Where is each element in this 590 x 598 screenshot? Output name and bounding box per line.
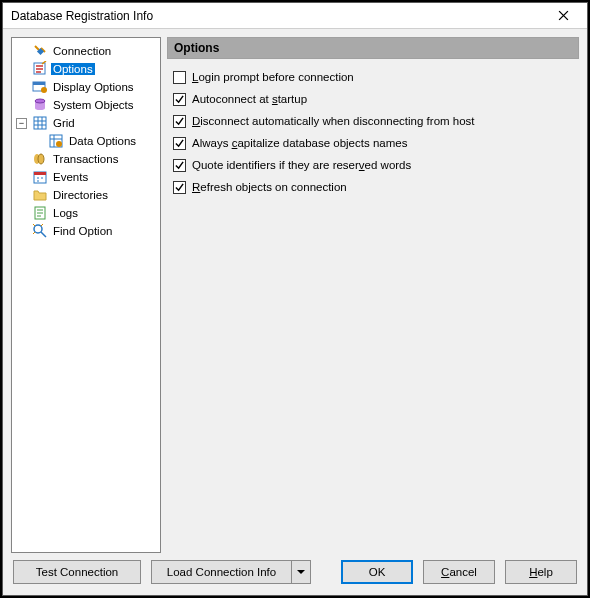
checkbox[interactable] — [173, 181, 186, 194]
cancel-button[interactable]: Cancel — [423, 560, 495, 584]
calendar-icon — [32, 169, 48, 185]
tree-item-logs[interactable]: Logs — [14, 204, 158, 222]
tree-item-label: Grid — [51, 117, 77, 129]
tree-item-label: Connection — [51, 45, 113, 57]
tree-expander-placeholder — [16, 46, 27, 57]
options-header: Options — [167, 37, 579, 59]
options-icon — [32, 61, 48, 77]
svg-point-16 — [34, 225, 42, 233]
tree-expander-placeholder — [16, 190, 27, 201]
logs-icon — [32, 205, 48, 221]
option-login-prompt[interactable]: Login prompt before connection — [173, 67, 573, 87]
option-label: Always capitalize database objects names — [192, 137, 407, 149]
option-label: Autoconnect at startup — [192, 93, 307, 105]
load-connection-dropdown[interactable] — [291, 560, 311, 584]
tree-item-find-option[interactable]: Find Option — [14, 222, 158, 240]
tree-expander-placeholder — [16, 172, 27, 183]
option-label: Quote identifiers if they are reserved w… — [192, 159, 411, 171]
data-options-icon — [48, 133, 64, 149]
tree-item-display-options[interactable]: Display Options — [14, 78, 158, 96]
load-connection-group: Load Connection Info — [151, 560, 311, 584]
svg-point-4 — [41, 87, 47, 93]
option-disconnect-auto[interactable]: Disconnect automatically when disconnect… — [173, 111, 573, 131]
database-icon — [32, 97, 48, 113]
option-refresh-connect[interactable]: Refresh objects on connection — [173, 177, 573, 197]
tree-item-directories[interactable]: Directories — [14, 186, 158, 204]
grid-icon — [32, 115, 48, 131]
test-connection-button[interactable]: Test Connection — [13, 560, 141, 584]
svg-rect-14 — [34, 172, 46, 175]
tree-item-connection[interactable]: Connection — [14, 42, 158, 60]
tree-expander-placeholder — [16, 154, 27, 165]
main-area: Connection Options — [3, 29, 587, 557]
option-label: Refresh objects on connection — [192, 181, 347, 193]
close-button[interactable] — [543, 5, 583, 27]
tree-item-grid[interactable]: − Grid — [14, 114, 158, 132]
tree-item-options[interactable]: Options — [14, 60, 158, 78]
checkbox[interactable] — [173, 93, 186, 106]
tree-item-label: Options — [51, 63, 95, 75]
button-bar: Test Connection Load Connection Info OK … — [3, 557, 587, 595]
svg-rect-3 — [33, 82, 45, 85]
option-label: Disconnect automatically when disconnect… — [192, 115, 475, 127]
tree-item-label: Find Option — [51, 225, 114, 237]
client-area: Connection Options — [3, 29, 587, 595]
tree-item-system-objects[interactable]: System Objects — [14, 96, 158, 114]
tree-item-label: Directories — [51, 189, 110, 201]
window-title: Database Registration Info — [11, 9, 153, 23]
options-body: Login prompt before connection Autoconne… — [167, 59, 579, 553]
nav-tree-panel: Connection Options — [11, 37, 161, 553]
tree-item-label: Events — [51, 171, 90, 183]
help-button[interactable]: Help — [505, 560, 577, 584]
plug-icon — [32, 43, 48, 59]
tree-expander-placeholder — [16, 82, 27, 93]
option-label: Login prompt before connection — [192, 71, 354, 83]
tree-expander-placeholder — [16, 226, 27, 237]
dialog-window: Database Registration Info Connection — [2, 2, 588, 596]
svg-rect-7 — [34, 117, 46, 129]
tree-item-label: Display Options — [51, 81, 136, 93]
tree-expander-placeholder — [16, 64, 27, 75]
option-autoconnect[interactable]: Autoconnect at startup — [173, 89, 573, 109]
checkbox[interactable] — [173, 115, 186, 128]
tree-expander-placeholder — [32, 136, 43, 147]
tree-item-data-options[interactable]: Data Options — [30, 132, 158, 150]
tree-expander-placeholder — [16, 208, 27, 219]
tree-item-label: Transactions — [51, 153, 120, 165]
load-connection-button[interactable]: Load Connection Info — [151, 560, 291, 584]
display-options-icon — [32, 79, 48, 95]
titlebar: Database Registration Info — [3, 3, 587, 29]
checkbox[interactable] — [173, 71, 186, 84]
svg-point-9 — [56, 141, 62, 147]
option-quote-reserved[interactable]: Quote identifiers if they are reserved w… — [173, 155, 573, 175]
chevron-down-icon — [297, 568, 305, 576]
tree-item-label: Data Options — [67, 135, 138, 147]
tree-item-events[interactable]: Events — [14, 168, 158, 186]
tree-item-label: System Objects — [51, 99, 136, 111]
tree-item-label: Logs — [51, 207, 80, 219]
close-icon — [558, 10, 569, 21]
ok-button[interactable]: OK — [341, 560, 413, 584]
checkbox[interactable] — [173, 137, 186, 150]
tree-collapse-icon[interactable]: − — [16, 118, 27, 129]
options-panel: Options Login prompt before connection A… — [167, 37, 579, 553]
option-capitalize[interactable]: Always capitalize database objects names — [173, 133, 573, 153]
checkbox[interactable] — [173, 159, 186, 172]
tree-item-transactions[interactable]: Transactions — [14, 150, 158, 168]
search-icon — [32, 223, 48, 239]
folder-icon — [32, 187, 48, 203]
transactions-icon — [32, 151, 48, 167]
nav-tree[interactable]: Connection Options — [14, 42, 158, 240]
tree-expander-placeholder — [16, 100, 27, 111]
